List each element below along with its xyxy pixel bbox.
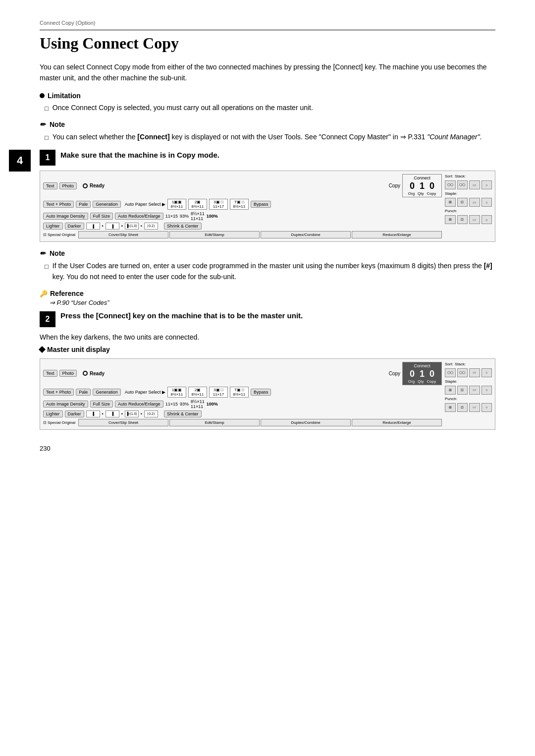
- photo-button-2[interactable]: Photo: [59, 370, 77, 377]
- staple-label-2: Staple:: [445, 379, 457, 384]
- auto-image-density-2[interactable]: Auto Image Density: [43, 401, 88, 407]
- connect-display-2: Connect 0 1 0 Org Qty Copy: [402, 362, 442, 385]
- intro-paragraph: You can select Connect Copy mode from ei…: [40, 61, 495, 84]
- staple-btn-4[interactable]: ○: [482, 198, 492, 207]
- slider-3[interactable]: ▐•⟨1.0⟩: [125, 223, 139, 230]
- slider-2[interactable]: ▐: [106, 223, 119, 230]
- slider-2-1[interactable]: ▐: [86, 410, 100, 417]
- reduce-enlarge-tab[interactable]: Reduce/Enlarge: [352, 231, 442, 238]
- staple-btn-2[interactable]: ⊡: [457, 198, 468, 207]
- punch-btn-2[interactable]: ⊡: [457, 215, 468, 224]
- special-original: ⊡Special Original: [43, 231, 75, 238]
- auto-reduce-button[interactable]: Auto Reduce/Enlarge: [115, 213, 163, 220]
- reduce-enlarge-tab-2[interactable]: Reduce/Enlarge: [352, 419, 442, 426]
- punch-btn-1[interactable]: ⊞: [445, 215, 456, 224]
- limitation-item: □ Once Connect Copy is selected, you mus…: [40, 103, 495, 114]
- bypass-button[interactable]: Bypass: [251, 201, 271, 208]
- lighter-button[interactable]: Lighter: [43, 223, 63, 230]
- size-display-2: 93%: [180, 214, 189, 219]
- full-size-button-2[interactable]: Full Size: [90, 401, 113, 407]
- shrink-center-button[interactable]: Shrink & Center: [164, 223, 202, 230]
- step1-header: 1 Make sure that the machine is in Copy …: [40, 150, 495, 166]
- punch-btn-2-3[interactable]: ○↑: [469, 403, 480, 412]
- step1-title: Make sure that the machine is in Copy mo…: [60, 150, 495, 160]
- size-display-2-1: 11×15: [165, 402, 178, 407]
- sort-btn-2-3[interactable]: ○↑: [469, 368, 480, 377]
- bypass-button-2[interactable]: Bypass: [251, 389, 271, 396]
- auto-reduce-button-2[interactable]: Auto Reduce/Enlarge: [115, 401, 163, 407]
- sort-btn-2-2[interactable]: ⬡⬡: [457, 368, 468, 377]
- paper-tray-2-1: 1▣▣ 8½×11: [167, 387, 186, 398]
- staple-btn-2-3[interactable]: ○↑: [469, 386, 480, 395]
- size-display-3: 8½×1111×11: [191, 211, 205, 221]
- sort-buttons-2: ⬡⬡ ⬡⬡ ○↑ ○: [445, 368, 492, 377]
- limitation-text: Once Connect Copy is selected, you must …: [53, 103, 313, 113]
- punch-btn-2-2[interactable]: ⊡: [457, 403, 468, 412]
- slider-2-3[interactable]: ▐•⟨1.0⟩: [125, 410, 139, 417]
- staple-btn-3[interactable]: ○↑: [469, 198, 480, 207]
- text-photo-button[interactable]: Text + Photo: [43, 201, 74, 208]
- machine-panel-1: Text Photo Ready Copy Connect: [40, 171, 495, 242]
- punch-buttons-2: ⊞ ⊡ ○↑ ○: [445, 403, 492, 412]
- stack-label-2: Stack:: [455, 362, 466, 366]
- edit-stamp-tab[interactable]: Edit/Stamp: [169, 231, 260, 238]
- qty-label: Qty: [418, 191, 424, 196]
- step1-container: 4 1 Make sure that the machine is in Cop…: [40, 150, 495, 242]
- full-size-button[interactable]: Full Size: [90, 213, 113, 220]
- edit-stamp-tab-2[interactable]: Edit/Stamp: [169, 419, 260, 426]
- punch-btn-4[interactable]: ○: [482, 215, 492, 224]
- staple-btn-2-1[interactable]: ⊞: [445, 386, 456, 395]
- pencil-icon: [40, 120, 46, 129]
- size-display-2-3: 8½×1111×11: [191, 399, 205, 409]
- ready-indicator: [83, 183, 88, 188]
- pale-button[interactable]: Pale: [76, 201, 91, 208]
- page-number: 230: [40, 445, 495, 452]
- pale-button-2[interactable]: Pale: [76, 389, 91, 396]
- paper-tray-2-2: 2▣ 8½×11: [188, 387, 207, 398]
- note1-title: Note: [40, 120, 495, 129]
- darker-button[interactable]: Darker: [65, 223, 84, 230]
- sort-btn-2-1[interactable]: ⬡⬡: [445, 368, 456, 377]
- diamond-icon: [39, 346, 46, 353]
- shrink-center-button-2[interactable]: Shrink & Center: [164, 410, 202, 417]
- note1-label: Note: [50, 120, 65, 128]
- staple-btn-1[interactable]: ⊞: [445, 198, 456, 207]
- note1-section: Note □ You can select whether the [Conne…: [40, 120, 495, 143]
- generation-button-2[interactable]: Generation: [93, 389, 121, 396]
- note2-text: If the User Codes are turned on, enter a…: [53, 261, 495, 282]
- punch-btn-2-1[interactable]: ⊞: [445, 403, 456, 412]
- slider-1[interactable]: ▐: [86, 223, 100, 230]
- sort-btn-2-4[interactable]: ○: [482, 368, 492, 377]
- sort-btn-3[interactable]: ○↑: [469, 180, 480, 189]
- copy-value: 0: [429, 181, 434, 191]
- punch-btn-3[interactable]: ○↑: [469, 215, 480, 224]
- paper-tray-2-3: 3▣ □ 11×17: [209, 387, 228, 398]
- lighter-button-2[interactable]: Lighter: [43, 410, 63, 417]
- text-photo-button-2[interactable]: Text + Photo: [43, 389, 74, 396]
- punch-btn-2-4[interactable]: ○: [482, 403, 492, 412]
- cover-slip-tab[interactable]: Cover/Slip Sheet: [78, 231, 168, 238]
- slider-2-2[interactable]: ▐: [106, 410, 119, 417]
- staple-btn-2-2[interactable]: ⊡: [457, 386, 468, 395]
- generation-button[interactable]: Generation: [93, 201, 121, 208]
- sort-btn-2[interactable]: ⬡⬡: [457, 180, 468, 189]
- duplex-tab[interactable]: Duplex/Combine: [261, 231, 351, 238]
- size-display-2-2: 93%: [180, 402, 189, 407]
- text-button[interactable]: Text: [43, 182, 57, 189]
- right-panel-2: Sort: Stack: ⬡⬡ ⬡⬡ ○↑ ○ Staple: ⊞ ⊡ ○↑ ○: [445, 362, 492, 412]
- ready-label-2: Ready: [90, 371, 105, 376]
- duplex-tab-2[interactable]: Duplex/Combine: [261, 419, 351, 426]
- size-display-1: 11×15: [165, 214, 178, 219]
- darker-button-2[interactable]: Darker: [65, 410, 84, 417]
- paper-tray-1: 1▣▣ 8½×11: [167, 199, 186, 210]
- slider-2-4[interactable]: ⟨0.2⟩: [144, 410, 158, 417]
- sort-btn-4[interactable]: ○: [482, 180, 492, 189]
- photo-button[interactable]: Photo: [59, 182, 77, 189]
- auto-image-density[interactable]: Auto Image Density: [43, 213, 88, 220]
- note2-section: Note □ If the User Codes are turned on, …: [40, 249, 495, 282]
- text-button-2[interactable]: Text: [43, 370, 57, 377]
- staple-btn-2-4[interactable]: ○: [482, 386, 492, 395]
- slider-4[interactable]: ⟨0.2⟩: [144, 223, 158, 230]
- cover-slip-tab-2[interactable]: Cover/Slip Sheet: [78, 419, 168, 426]
- sort-btn-1[interactable]: ⬡⬡: [445, 180, 456, 189]
